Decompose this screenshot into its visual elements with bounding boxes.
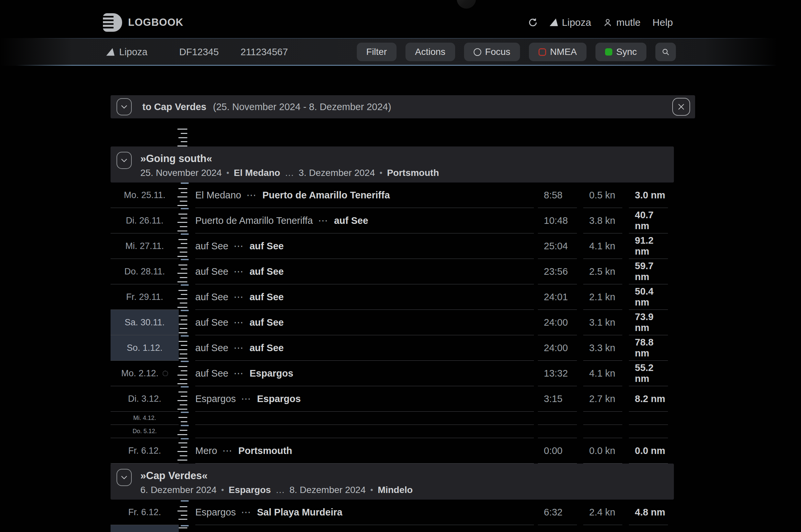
row-route-cell[interactable]: auf See ⋯ auf See <box>195 335 534 361</box>
log-row[interactable]: Do. 5.12. <box>111 425 668 438</box>
row-duration <box>538 425 577 438</box>
actions-button[interactable]: Actions <box>405 43 455 61</box>
log-row[interactable]: Do. 28.11. auf See ⋯ auf See 23:56 2.5 k… <box>111 259 668 284</box>
nav-boat-label: Lipoza <box>562 17 591 28</box>
row-route-cell[interactable]: Espargos ⋯ Espargos <box>195 386 534 412</box>
row-date-cell[interactable]: Sa. 30.11. <box>111 310 179 335</box>
ruler-gap <box>179 412 195 425</box>
row-distance: 59.7 nm <box>629 259 668 284</box>
nav-user[interactable]: mutle <box>603 17 640 28</box>
row-distance: 0.0 nm <box>629 438 668 463</box>
sync-button[interactable]: Sync <box>596 43 647 61</box>
row-date-cell[interactable]: Do. 28.11. <box>111 259 179 284</box>
row-avg-speed: 0.5 kn <box>583 183 622 208</box>
boat-callsign: DF12345 <box>179 46 218 58</box>
filter-button[interactable]: Filter <box>357 43 397 61</box>
leg-start-place: Espargos <box>229 485 271 495</box>
log-row[interactable]: Sa. 30.11. auf See ⋯ auf See 24:00 3.1 k… <box>111 310 668 335</box>
row-date-cell[interactable]: Di. 3.12. <box>111 386 179 412</box>
row-route-cell[interactable]: auf See ⋯ Espargos <box>195 361 534 386</box>
nmea-button[interactable]: NMEA <box>529 43 586 61</box>
row-route-cell[interactable]: Espargos ⋯ Sal Playa Murdeira <box>195 499 534 525</box>
route-from: Espargos <box>195 394 236 404</box>
log-row[interactable]: Di. 26.11. Puerto de Amarillo Teneriffa … <box>111 208 668 233</box>
row-route-cell[interactable] <box>195 412 534 425</box>
row-route-cell[interactable]: auf See ⋯ auf See <box>195 284 534 310</box>
row-route-cell[interactable] <box>195 425 534 438</box>
row-date-cell[interactable]: Mo. 25.11. <box>111 183 179 208</box>
row-date-cell[interactable]: Mi. 4.12. <box>111 412 179 425</box>
row-date-cell[interactable]: So. 1.12. <box>111 335 179 361</box>
log-row[interactable]: Mi. 27.11. auf See ⋯ auf See 25:04 4.1 k… <box>111 233 668 259</box>
row-route-cell[interactable]: Puerto de Amarillo Teneriffa ⋯ auf See <box>195 208 534 233</box>
leg-end-date: 8. Dezember 2024 <box>289 485 365 495</box>
row-date-cell[interactable]: Di. 26.11. <box>111 208 179 233</box>
nav-user-label: mutle <box>616 17 640 28</box>
row-date: Fr. 29.11. <box>126 292 163 302</box>
route-from: auf See <box>195 343 229 354</box>
logbook-logo-icon <box>103 13 122 32</box>
route-separator: ⋯ <box>234 291 244 303</box>
toolbar-actions: Filter Actions Focus NMEA Sync <box>357 43 676 61</box>
row-date-cell[interactable]: Fr. 6.12. <box>111 499 179 525</box>
row-distance: 8.2 nm <box>629 386 668 412</box>
close-trip-button[interactable] <box>672 98 690 116</box>
search-icon <box>661 48 670 56</box>
route-to: auf See <box>250 292 284 303</box>
nav-help[interactable]: Help <box>652 17 673 28</box>
row-date-cell[interactable]: Fr. 6.12. <box>111 438 179 463</box>
row-date-cell[interactable]: Do. 5.12. <box>111 425 179 438</box>
row-avg-speed <box>583 425 622 438</box>
bullet-separator: • <box>226 168 229 177</box>
row-route-cell[interactable]: Mero ⋯ Portsmouth <box>195 438 534 463</box>
row-date-cell[interactable]: Mi. 27.11. <box>111 233 179 259</box>
row-date: Fr. 6.12. <box>128 446 161 456</box>
log-row[interactable]: Fr. 6.12. Espargos ⋯ Sal Playa Murdeira … <box>111 499 668 525</box>
log-row[interactable]: Mi. 4.12. <box>111 412 668 425</box>
leg-rows: Fr. 6.12. Espargos ⋯ Sal Playa Murdeira … <box>111 499 674 532</box>
leg-start-date: 6. Dezember 2024 <box>140 485 217 495</box>
row-route-cell[interactable]: auf See ⋯ auf See <box>195 310 534 335</box>
log-row[interactable]: So. 1.12. auf See ⋯ auf See 24:00 3.3 kn… <box>111 335 668 361</box>
log-row[interactable]: Mo. 25.11. El Medano ⋯ Puerto de Amarill… <box>111 183 668 208</box>
ruler-gap <box>179 183 195 208</box>
collapse-leg-button[interactable] <box>116 469 132 486</box>
row-duration: 3:15 <box>538 386 577 412</box>
row-date-cell[interactable] <box>111 525 179 532</box>
route-to: auf See <box>250 317 284 328</box>
log-row[interactable]: Fr. 6.12. Mero ⋯ Portsmouth 0:00 0.0 kn … <box>111 438 668 463</box>
route-from: El Medano <box>195 190 241 201</box>
refresh-button[interactable] <box>528 18 538 27</box>
app-logo[interactable]: LOGBOOK <box>103 13 183 32</box>
row-date: Mo. 25.11. <box>124 190 165 201</box>
search-button[interactable] <box>655 43 676 61</box>
row-route-cell[interactable]: auf See ⋯ auf See <box>195 233 534 259</box>
log-row[interactable]: Fr. 29.11. auf See ⋯ auf See 24:01 2.1 k… <box>111 284 668 310</box>
row-duration: 25:04 <box>538 233 577 259</box>
collapse-leg-button[interactable] <box>116 152 132 169</box>
log-row[interactable] <box>111 525 668 532</box>
chevron-down-icon <box>121 158 127 162</box>
boat-mmsi: 211234567 <box>241 46 288 58</box>
log-row[interactable]: Mo. 2.12. auf See ⋯ Espargos 13:32 4.1 k… <box>111 361 668 386</box>
log-row[interactable]: Di. 3.12. Espargos ⋯ Espargos 3:15 2.7 k… <box>111 386 668 412</box>
sync-status-icon <box>605 48 612 56</box>
row-route-cell[interactable]: auf See ⋯ auf See <box>195 259 534 284</box>
row-distance: 78.8 nm <box>629 335 668 361</box>
route-separator: ⋯ <box>234 368 244 379</box>
nav-boat[interactable]: Lipoza <box>550 17 591 28</box>
refresh-icon <box>528 18 538 27</box>
row-date-cell[interactable]: Fr. 29.11. <box>111 284 179 310</box>
collapse-trip-button[interactable] <box>116 98 132 115</box>
logbook-app: LOGBOOK Lipoza mutle Help <box>0 0 801 532</box>
ruler-gap <box>179 233 195 259</box>
ruler-gap <box>179 208 195 233</box>
focus-button[interactable]: Focus <box>464 43 520 61</box>
route-to: auf See <box>250 266 284 277</box>
route-separator: ⋯ <box>241 507 252 518</box>
row-route-cell[interactable] <box>195 525 534 532</box>
ruler-gap <box>179 335 195 361</box>
row-route-cell[interactable]: El Medano ⋯ Puerto de Amarillo Teneriffa <box>195 183 534 208</box>
row-date-cell[interactable]: Mo. 2.12. <box>111 361 179 386</box>
route-from: auf See <box>195 266 229 277</box>
